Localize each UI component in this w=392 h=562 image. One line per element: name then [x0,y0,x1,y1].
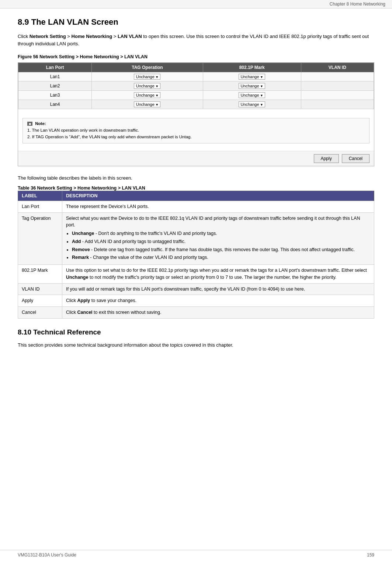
lan3-port: Lan3 [18,91,92,100]
bullet-remove: Remove - Delete one tag from tagged traf… [72,246,370,253]
lan4-port: Lan4 [18,100,92,109]
table-row: Lan2 Unchange Unchange [18,81,374,91]
table-caption: Table 36 Network Setting > Home Networki… [18,185,374,191]
note-line-1: 1. The Lan VLAN operation only work in d… [27,127,365,133]
bullet-unchange: Unchange - Don't do anything to the traf… [72,230,370,237]
cancel-button[interactable]: Cancel [342,154,370,163]
lan1-vlan-id [301,72,374,81]
lan4-vlan-id [301,100,374,109]
lan2-port: Lan2 [18,81,92,91]
col-lan-port: Lan Port [18,63,92,72]
figure-caption: Figure 56 Network Setting > Home Network… [18,54,374,59]
bullet-remark: Remark - Change the value of the outer V… [72,254,370,261]
col-802-mark: 802.1P Mark [203,63,301,72]
note-box: ■ Note: 1. The Lan VLAN operation only w… [22,118,370,143]
desc-row-vlanid: VLAN ID If you will add or remark tags f… [18,283,374,295]
desc-row-apply: Apply Click Apply to save your changes. [18,295,374,307]
label-vlanid: VLAN ID [18,283,62,295]
bullet-add: Add - Add VLAN ID and priority tags to u… [72,238,370,245]
footer-left: VMG1312-B10A User's Guide [18,552,76,558]
lan1-tag-op[interactable]: Unchange [92,72,203,81]
section1-title: 8.9 The LAN VLAN Screen [18,17,374,27]
lan2-mark[interactable]: Unchange [203,81,301,91]
table-caption-text: Table 36 Network Setting > Home Networki… [18,185,145,191]
section2-intro: This section provides some technical bac… [18,341,374,349]
lan3-mark[interactable]: Unchange [203,91,301,100]
tag-op-bullets: Unchange - Don't do anything to the traf… [72,230,370,261]
desc-802mark: Use this option to set what to do for th… [62,265,374,284]
following-para: The following table describes the labels… [18,174,374,182]
description-table: LABEL DESCRIPTION Lan Port These represe… [18,191,374,319]
col-tag-operation: TAG Operation [92,63,203,72]
desc-tag-op: Select what you want the Device to do to… [62,212,374,265]
vlan-config-table: Lan Port TAG Operation 802.1P Mark VLAN … [18,63,374,109]
desc-row-lanport: Lan Port These represent the Device's LA… [18,201,374,212]
chapter-label: Chapter 8 Home Networking [330,1,385,7]
table-row: Lan3 Unchange Unchange [18,91,374,100]
lan4-tag-op[interactable]: Unchange [92,100,203,109]
desc-row-cancel: Cancel Click Cancel to exit this screen … [18,307,374,319]
table-row: Lan4 Unchange Unchange [18,100,374,109]
label-802mark: 802.1P Mark [18,265,62,284]
footer-right: 159 [367,552,374,558]
label-apply: Apply [18,295,62,307]
desc-row-tag-op: Tag Operation Select what you want the D… [18,212,374,265]
desc-cancel: Click Cancel to exit this screen without… [62,307,374,319]
desc-apply: Click Apply to save your changes. [62,295,374,307]
apply-button[interactable]: Apply [314,154,339,163]
desc-col-label: LABEL [18,191,62,201]
lan2-vlan-id [301,81,374,91]
col-vlan-id: VLAN ID [301,63,374,72]
desc-row-802mark: 802.1P Mark Use this option to set what … [18,265,374,284]
section1-intro: Click Network Setting > Home Networking … [18,33,374,48]
lan2-tag-op[interactable]: Unchange [92,81,203,91]
note-icon: ■ [27,122,32,126]
label-tag-op: Tag Operation [18,212,62,265]
top-bar: Chapter 8 Home Networking [0,0,392,8]
lan1-mark[interactable]: Unchange [203,72,301,81]
table-row: Lan1 Unchange Unchange [18,72,374,81]
desc-col-description: DESCRIPTION [62,191,374,201]
note-title: ■ Note: [27,121,365,126]
desc-lan-port: These represent the Device's LAN ports. [62,201,374,212]
screenshot-footer: Apply Cancel [18,151,374,166]
vlan-screenshot-box: Lan Port TAG Operation 802.1P Mark VLAN … [18,62,374,166]
label-lan-port: Lan Port [18,201,62,212]
page-footer: VMG1312-B10A User's Guide 159 [0,550,392,558]
note-line-2: 2. If TAG Operation is "Add", the VLAN t… [27,134,365,140]
label-cancel: Cancel [18,307,62,319]
section2-title: 8.10 Technical Reference [18,328,374,336]
desc-vlanid: If you will add or remark tags for this … [62,283,374,295]
note-label: Note: [35,121,46,126]
lan1-port: Lan1 [18,72,92,81]
lan3-tag-op[interactable]: Unchange [92,91,203,100]
lan3-vlan-id [301,91,374,100]
lan4-mark[interactable]: Unchange [203,100,301,109]
